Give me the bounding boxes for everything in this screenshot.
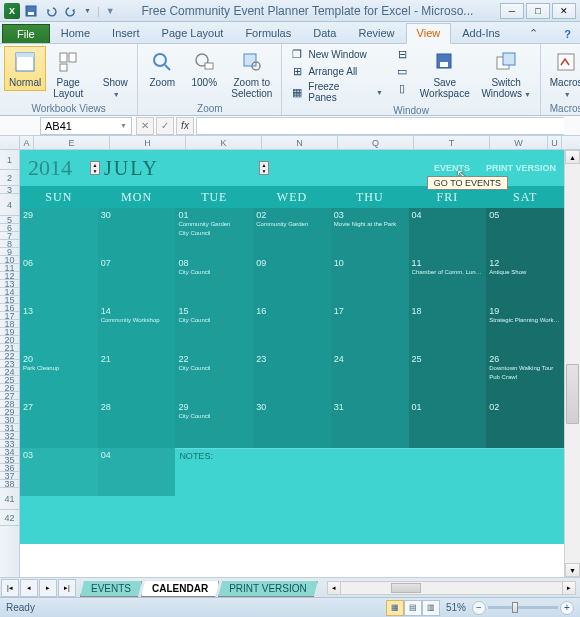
name-box[interactable]: AB41 ▼ <box>40 117 132 135</box>
switch-windows-button[interactable]: Switch Windows▼ <box>477 46 536 102</box>
scroll-thumb[interactable] <box>391 583 421 593</box>
calendar-cell[interactable]: 25 <box>409 352 487 400</box>
month-spinner[interactable]: ▲▼ <box>259 161 269 175</box>
column-header[interactable]: A <box>20 136 34 149</box>
row-header[interactable]: 1 <box>0 150 19 170</box>
tab-scroll-last[interactable]: ▸| <box>58 579 76 597</box>
calendar-cell[interactable]: 03Movie Night at the Park <box>331 208 409 256</box>
column-header[interactable]: T <box>414 136 490 149</box>
calendar-cell[interactable]: 30 <box>98 208 176 256</box>
column-header[interactable]: K <box>186 136 262 149</box>
calendar-cell[interactable]: 02 <box>486 400 564 448</box>
column-header[interactable]: W <box>490 136 548 149</box>
calendar-notes[interactable]: NOTES: <box>175 448 564 496</box>
calendar-cell[interactable]: 24 <box>331 352 409 400</box>
scroll-right-button[interactable]: ▸ <box>562 581 576 595</box>
calendar-cell[interactable]: 14Community Workshop <box>98 304 176 352</box>
freeze-panes-button[interactable]: ▦Freeze Panes▼ <box>286 80 387 104</box>
ribbon-tab-data[interactable]: Data <box>302 23 347 43</box>
calendar-cell[interactable]: 29City Council <box>175 400 253 448</box>
qat-undo-button[interactable] <box>42 2 60 20</box>
year-spinner[interactable]: ▲▼ <box>90 161 100 175</box>
calendar-cell[interactable]: 26Downtown Walking TourPub Crawl <box>486 352 564 400</box>
scroll-left-button[interactable]: ◂ <box>327 581 341 595</box>
calendar-cell[interactable]: 30 <box>253 400 331 448</box>
tab-scroll-prev[interactable]: ◂ <box>20 579 38 597</box>
normal-view-btn[interactable]: ▦ <box>386 600 404 616</box>
row-header[interactable]: 3 <box>0 186 19 194</box>
column-header[interactable]: N <box>262 136 338 149</box>
qat-save-button[interactable] <box>22 2 40 20</box>
ribbon-tab-formulas[interactable]: Formulas <box>234 23 302 43</box>
calendar-cell[interactable]: 29 <box>20 208 98 256</box>
zoom-slider-thumb[interactable] <box>512 602 518 613</box>
calendar-cell[interactable]: 12Antique Show <box>486 256 564 304</box>
new-window-button[interactable]: ❐New Window <box>286 46 387 62</box>
row-header[interactable]: 4 <box>0 194 19 216</box>
calendar-cell[interactable]: 01 <box>409 400 487 448</box>
excel-app-icon[interactable]: X <box>4 3 20 19</box>
zoom-percentage[interactable]: 51% <box>446 602 466 613</box>
maximize-button[interactable]: □ <box>526 3 550 19</box>
zoom-slider[interactable] <box>488 606 558 609</box>
calendar-cell[interactable]: 06 <box>20 256 98 304</box>
calendar-cell[interactable]: 20Park Cleanup <box>20 352 98 400</box>
column-header[interactable]: H <box>110 136 186 149</box>
horizontal-scrollbar[interactable]: ◂ ▸ <box>327 581 576 595</box>
scroll-up-button[interactable]: ▲ <box>565 150 580 164</box>
scroll-track[interactable] <box>341 581 562 595</box>
calendar-cell[interactable]: 09 <box>253 256 331 304</box>
ribbon-tab-insert[interactable]: Insert <box>101 23 151 43</box>
scroll-track[interactable] <box>565 164 580 563</box>
zoom-out-button[interactable]: − <box>472 601 486 615</box>
calendar-cell[interactable]: 23 <box>253 352 331 400</box>
hide-button[interactable]: ▭ <box>391 63 413 79</box>
ribbon-minimize-icon[interactable]: ⌃ <box>526 24 541 43</box>
calendar-cell[interactable]: 15City Council <box>175 304 253 352</box>
formula-input[interactable] <box>196 117 564 135</box>
tab-scroll-first[interactable]: |◂ <box>1 579 19 597</box>
enter-formula-button[interactable]: ✓ <box>156 117 174 135</box>
events-link[interactable]: EVENTS <box>434 163 470 173</box>
calendar-cell[interactable]: 13 <box>20 304 98 352</box>
sheet-canvas[interactable]: 2014 ▲▼ JULY ▲▼ EVENTS PRINT VERSION ↖ G… <box>20 150 564 577</box>
zoom-in-button[interactable]: + <box>560 601 574 615</box>
cancel-formula-button[interactable]: ✕ <box>136 117 154 135</box>
calendar-cell[interactable]: 27 <box>20 400 98 448</box>
calendar-cell[interactable]: 02Community Garden <box>253 208 331 256</box>
sheet-tab-calendar[interactable]: CALENDAR <box>141 581 219 597</box>
qat-redo-button[interactable] <box>62 2 80 20</box>
vertical-scrollbar[interactable]: ▲ ▼ <box>564 150 580 577</box>
calendar-cell[interactable]: 19Strategic Planning Workshop <box>486 304 564 352</box>
calendar-cell[interactable]: 04 <box>409 208 487 256</box>
calendar-cell[interactable]: 11Chamber of Comm. Luncheon <box>409 256 487 304</box>
sheet-tab-events[interactable]: EVENTS <box>80 581 142 597</box>
qat-dropdown-icon[interactable]: ▼ <box>84 7 91 14</box>
column-header[interactable]: Q <box>338 136 414 149</box>
layout-view-btn[interactable]: ▤ <box>404 600 422 616</box>
ribbon-tab-add-ins[interactable]: Add-Ins <box>451 23 511 43</box>
select-all-corner[interactable] <box>0 136 20 149</box>
column-header[interactable]: E <box>34 136 110 149</box>
calendar-cell[interactable]: 31 <box>331 400 409 448</box>
unhide-button[interactable]: ▯ <box>391 80 413 96</box>
calendar-cell[interactable]: 28 <box>98 400 176 448</box>
calendar-cell[interactable]: 17 <box>331 304 409 352</box>
tab-scroll-next[interactable]: ▸ <box>39 579 57 597</box>
column-header[interactable]: U <box>548 136 562 149</box>
calendar-cell[interactable]: 21 <box>98 352 176 400</box>
print-version-link[interactable]: PRINT VERSION <box>486 163 556 173</box>
calendar-cell[interactable]: 07 <box>98 256 176 304</box>
calendar-cell[interactable]: 16 <box>253 304 331 352</box>
sheet-tab-print-version[interactable]: PRINT VERSION <box>218 581 318 597</box>
calendar-cell[interactable]: 18 <box>409 304 487 352</box>
ribbon-tab-view[interactable]: View <box>406 23 452 44</box>
zoom-100-button[interactable]: 100% <box>184 46 224 91</box>
show-dropdown-button[interactable]: Show▼ <box>97 46 133 102</box>
zoom-to-selection-button[interactable]: Zoom to Selection <box>226 46 277 102</box>
normal-view-button[interactable]: Normal <box>4 46 46 91</box>
row-header[interactable]: 38 <box>0 480 19 488</box>
calendar-cell[interactable]: 01Community GardenCity Council <box>175 208 253 256</box>
row-header[interactable]: 42 <box>0 510 19 526</box>
scroll-thumb[interactable] <box>566 364 579 424</box>
